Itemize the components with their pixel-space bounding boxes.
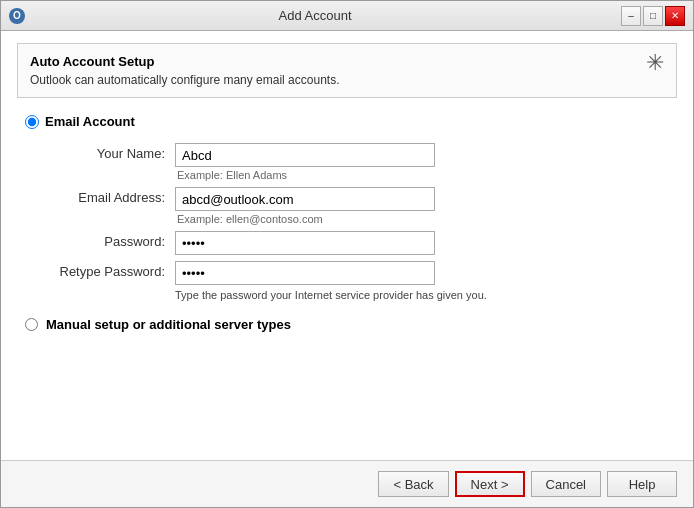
email-address-label: Email Address:	[45, 187, 175, 205]
auto-setup-heading: Auto Account Setup	[30, 54, 340, 69]
password-label: Password:	[45, 231, 175, 249]
title-bar-controls: – □ ✕	[621, 6, 685, 26]
email-account-radio[interactable]	[25, 115, 39, 129]
manual-setup-radio[interactable]	[25, 318, 38, 331]
auto-setup-description: Outlook can automatically configure many…	[30, 73, 340, 87]
help-button[interactable]: Help	[607, 471, 677, 497]
password-field-group	[175, 231, 435, 255]
your-name-row: Your Name: Example: Ellen Adams	[45, 143, 669, 181]
form-fields: Your Name: Example: Ellen Adams Email Ad…	[45, 143, 669, 301]
window-title: Add Account	[9, 8, 621, 23]
auto-setup-text: Auto Account Setup Outlook can automatic…	[30, 54, 340, 87]
email-address-input[interactable]	[175, 187, 435, 211]
your-name-example: Example: Ellen Adams	[177, 169, 435, 181]
retype-password-label: Retype Password:	[45, 261, 175, 279]
back-button[interactable]: < Back	[378, 471, 448, 497]
main-window: O Add Account – □ ✕ Auto Account Setup O…	[0, 0, 694, 508]
email-address-field-group: Example: ellen@contoso.com	[175, 187, 435, 225]
password-row: Password:	[45, 231, 669, 255]
email-account-label: Email Account	[45, 114, 135, 129]
dialog-footer: < Back Next > Cancel Help	[1, 460, 693, 507]
close-button[interactable]: ✕	[665, 6, 685, 26]
retype-password-input[interactable]	[175, 261, 435, 285]
email-address-example: Example: ellen@contoso.com	[177, 213, 435, 225]
form-section: Email Account Your Name: Example: Ellen …	[17, 114, 677, 452]
title-bar: O Add Account – □ ✕	[1, 1, 693, 31]
manual-setup-row: Manual setup or additional server types	[25, 317, 669, 332]
minimize-button[interactable]: –	[621, 6, 641, 26]
your-name-input[interactable]	[175, 143, 435, 167]
password-hint: Type the password your Internet service …	[175, 289, 487, 301]
password-input[interactable]	[175, 231, 435, 255]
email-account-radio-group: Email Account	[25, 114, 669, 129]
dialog-content: Auto Account Setup Outlook can automatic…	[1, 31, 693, 460]
cancel-button[interactable]: Cancel	[531, 471, 601, 497]
next-button[interactable]: Next >	[455, 471, 525, 497]
maximize-button[interactable]: □	[643, 6, 663, 26]
retype-password-row: Retype Password: Type the password your …	[45, 261, 669, 301]
retype-password-field-group: Type the password your Internet service …	[175, 261, 487, 301]
email-address-row: Email Address: Example: ellen@contoso.co…	[45, 187, 669, 225]
cursor-icon: ✳	[646, 50, 664, 76]
your-name-label: Your Name:	[45, 143, 175, 161]
auto-setup-section: Auto Account Setup Outlook can automatic…	[17, 43, 677, 98]
manual-setup-label: Manual setup or additional server types	[46, 317, 291, 332]
your-name-field-group: Example: Ellen Adams	[175, 143, 435, 181]
email-account-radio-label[interactable]: Email Account	[25, 114, 669, 129]
